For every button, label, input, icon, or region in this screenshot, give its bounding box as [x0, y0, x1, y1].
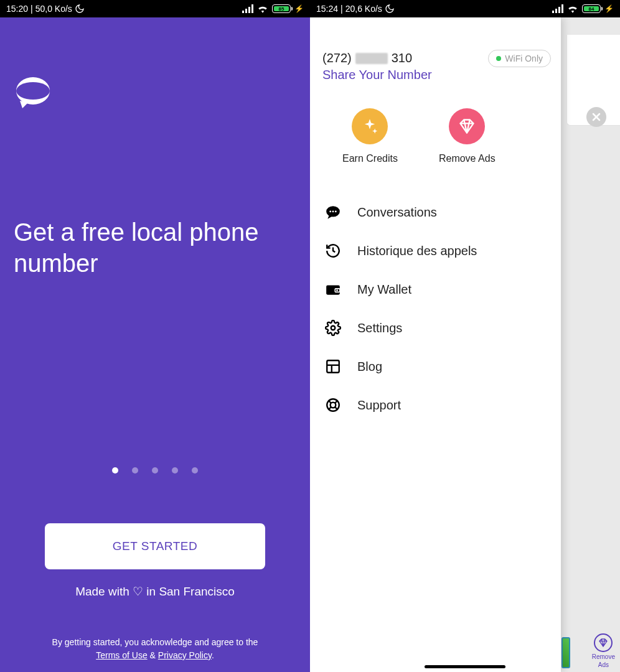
disclaimer-text: By getting started, you acknowledge and …: [14, 636, 296, 662]
remove-label-2: Ads: [598, 661, 609, 668]
svg-rect-1: [245, 9, 247, 13]
dot-0[interactable]: [112, 467, 118, 474]
menu-label: Blog: [357, 360, 382, 374]
remove-ads-corner[interactable]: Remove Ads: [592, 633, 615, 668]
svg-point-15: [335, 211, 337, 213]
wifi-icon: [257, 4, 268, 13]
svg-rect-3: [251, 4, 253, 13]
menu-label: Conversations: [357, 205, 437, 220]
status-time: 15:20: [6, 4, 28, 14]
battery-level: 85: [274, 6, 289, 11]
svg-rect-2: [248, 7, 250, 13]
charging-icon: ⚡: [604, 4, 614, 13]
terms-link[interactable]: Terms of Use: [96, 650, 147, 660]
svg-rect-0: [242, 11, 244, 13]
status-sep: |: [341, 4, 343, 14]
moon-icon: [75, 4, 85, 14]
status-bar-left: 15:20 | 50,0 Ko/s 85 ⚡: [0, 0, 310, 17]
svg-line-27: [328, 407, 331, 409]
battery-icon: 84: [582, 4, 601, 13]
dot-3[interactable]: [172, 467, 178, 474]
menu-support[interactable]: Support: [310, 386, 561, 424]
diamond-icon: [449, 108, 485, 144]
earn-credits-label: Earn Credits: [342, 153, 398, 164]
svg-point-5: [16, 82, 50, 100]
app-logo-icon: [14, 73, 296, 111]
dot-4[interactable]: [192, 467, 198, 474]
ad-strip[interactable]: [561, 637, 570, 668]
battery-icon: 85: [272, 4, 291, 13]
close-icon[interactable]: [586, 107, 606, 127]
wifi-icon: [567, 4, 578, 13]
svg-point-18: [336, 289, 338, 291]
svg-point-14: [332, 211, 334, 213]
privacy-link[interactable]: Privacy Policy: [158, 650, 212, 660]
menu-wallet[interactable]: My Wallet: [310, 270, 561, 309]
nav-handle[interactable]: [425, 665, 505, 668]
charging-icon: ⚡: [294, 4, 304, 13]
phone-last: 310: [392, 51, 412, 65]
get-started-button[interactable]: GET STARTED: [45, 523, 265, 569]
disclaimer-intro: By getting started, you acknowledge and …: [52, 637, 258, 647]
svg-rect-7: [555, 9, 557, 13]
remove-ads-label: Remove Ads: [439, 153, 496, 164]
dot-1[interactable]: [132, 467, 138, 474]
page-dots[interactable]: [14, 467, 296, 474]
signal-icon: [242, 4, 253, 13]
menu-label: Historique des appels: [357, 244, 477, 258]
svg-rect-9: [561, 4, 563, 13]
onboarding-content: Get a free local phone number GET STARTE…: [0, 17, 310, 672]
diamond-icon: [594, 633, 613, 652]
drawer-screen: 15:24 | 20,6 Ko/s 84 ⚡: [310, 0, 620, 672]
disclaimer-amp: &: [150, 650, 156, 660]
onboarding-screen: 15:20 | 50,0 Ko/s 85 ⚡: [0, 0, 310, 672]
status-rate: 20,6 Ko/s: [345, 4, 382, 14]
navigation-drawer: (272) 310 Share Your Number WiFi Only Ea…: [310, 17, 561, 672]
remove-label-1: Remove: [592, 653, 615, 660]
signal-icon: [552, 4, 563, 13]
svg-point-24: [331, 403, 336, 408]
gear-icon: [325, 320, 341, 336]
remove-ads-button[interactable]: Remove Ads: [439, 108, 496, 164]
menu-label: Support: [357, 398, 401, 413]
onboarding-headline: Get a free local phone number: [14, 217, 296, 279]
svg-point-19: [331, 326, 336, 330]
menu-blog[interactable]: Blog: [310, 347, 561, 386]
share-number-link[interactable]: Share Your Number: [322, 68, 548, 82]
wallet-icon: [325, 281, 341, 297]
status-time: 15:24: [316, 4, 338, 14]
svg-line-28: [335, 407, 337, 409]
svg-rect-20: [327, 360, 339, 373]
battery-level: 84: [584, 6, 599, 11]
dot-2[interactable]: [152, 467, 158, 474]
phone-area: (272): [322, 51, 352, 65]
made-with-label: Made with ♡ in San Francisco: [14, 584, 296, 599]
sparkle-icon: [352, 108, 388, 144]
status-sep: |: [31, 4, 33, 14]
svg-line-25: [328, 400, 331, 403]
svg-point-13: [329, 211, 331, 213]
menu-label: Settings: [357, 321, 402, 335]
moon-icon: [385, 4, 395, 14]
menu-conversations[interactable]: Conversations: [310, 193, 561, 231]
menu-label: My Wallet: [357, 282, 411, 297]
svg-rect-6: [552, 11, 554, 13]
earn-credits-button[interactable]: Earn Credits: [342, 108, 398, 164]
svg-line-26: [335, 400, 337, 403]
history-icon: [325, 243, 341, 259]
chat-icon: [325, 204, 341, 220]
menu-settings[interactable]: Settings: [310, 309, 561, 347]
support-icon: [325, 397, 341, 413]
blog-icon: [325, 358, 341, 375]
status-rate: 50,0 Ko/s: [35, 4, 72, 14]
phone-masked: [355, 53, 388, 64]
menu-call-history[interactable]: Historique des appels: [310, 231, 561, 270]
drawer-menu: Conversations Historique des appels My W…: [310, 193, 561, 424]
status-bar-right: 15:24 | 20,6 Ko/s 84 ⚡: [310, 0, 620, 17]
wifi-chip-label: WiFi Only: [505, 54, 543, 63]
wifi-only-chip[interactable]: WiFi Only: [488, 50, 551, 67]
svg-rect-8: [558, 7, 560, 13]
